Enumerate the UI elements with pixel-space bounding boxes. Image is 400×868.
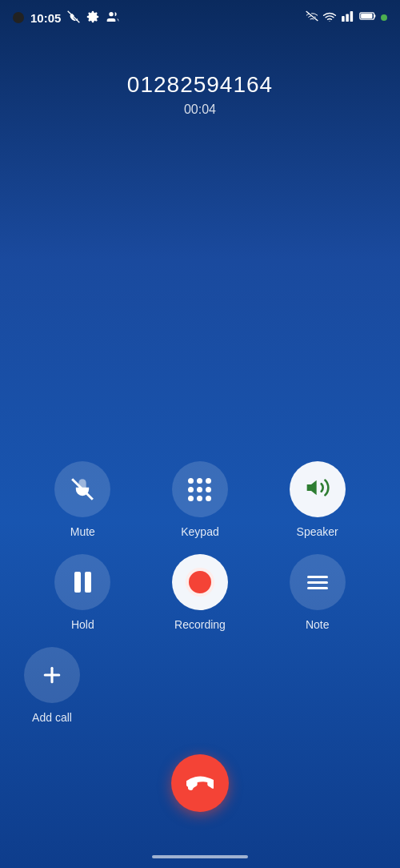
mute-circle (54, 461, 110, 517)
note-icon (307, 576, 328, 589)
note-circle (290, 554, 346, 610)
recording-circle (172, 554, 228, 610)
svg-rect-6 (374, 14, 376, 17)
controls-grid: Mute Keypad (24, 461, 376, 631)
wifi-icon (322, 10, 337, 25)
svg-marker-11 (306, 480, 316, 496)
status-bar: 10:05 (0, 0, 400, 32)
recording-label: Recording (174, 618, 226, 631)
svg-rect-2 (342, 16, 345, 22)
hold-label: Hold (71, 618, 94, 631)
hold-button[interactable]: Hold (24, 554, 142, 631)
gear-status-icon (86, 10, 99, 26)
end-call-button[interactable] (171, 754, 229, 812)
svg-rect-7 (361, 14, 372, 18)
note-label: Note (306, 618, 330, 631)
status-left: 10:05 (13, 10, 120, 26)
speaker-button[interactable]: Speaker (258, 461, 376, 538)
call-duration: 00:04 (0, 102, 400, 117)
phone-off-status-icon (67, 10, 80, 26)
speaker-icon (305, 475, 330, 504)
battery-icon (359, 10, 377, 25)
users-status-icon (106, 10, 120, 26)
recording-icon (186, 568, 214, 597)
controls-area: Mute Keypad (0, 461, 400, 724)
hold-icon (74, 572, 91, 593)
status-time: 10:05 (30, 11, 61, 25)
end-call-area (0, 754, 400, 812)
hold-circle (54, 554, 110, 610)
home-indicator (152, 855, 248, 858)
note-button[interactable]: Note (258, 554, 376, 631)
keypad-icon (188, 478, 211, 501)
no-signal-icon (306, 10, 318, 25)
camera-indicator (13, 12, 24, 23)
svg-point-1 (110, 12, 114, 16)
svg-rect-4 (350, 11, 354, 22)
active-dot (381, 14, 387, 21)
add-call-label: Add call (32, 711, 72, 724)
mute-button[interactable]: Mute (24, 461, 142, 538)
add-call-icon (24, 647, 80, 703)
keypad-label: Keypad (181, 525, 218, 538)
add-call-button[interactable]: Add call (24, 647, 80, 724)
mute-label: Mute (70, 525, 95, 538)
recording-button[interactable]: Recording (142, 554, 259, 631)
svg-line-0 (68, 10, 80, 22)
speaker-circle (290, 461, 346, 517)
svg-rect-3 (346, 14, 349, 22)
keypad-button[interactable]: Keypad (142, 461, 259, 538)
phone-number: 01282594164 (0, 72, 400, 98)
signal-bars-icon (341, 10, 355, 25)
mute-icon (71, 476, 94, 502)
call-info: 01282594164 00:04 (0, 72, 400, 117)
speaker-label: Speaker (297, 525, 338, 538)
keypad-circle (172, 461, 228, 517)
status-right (306, 10, 387, 25)
